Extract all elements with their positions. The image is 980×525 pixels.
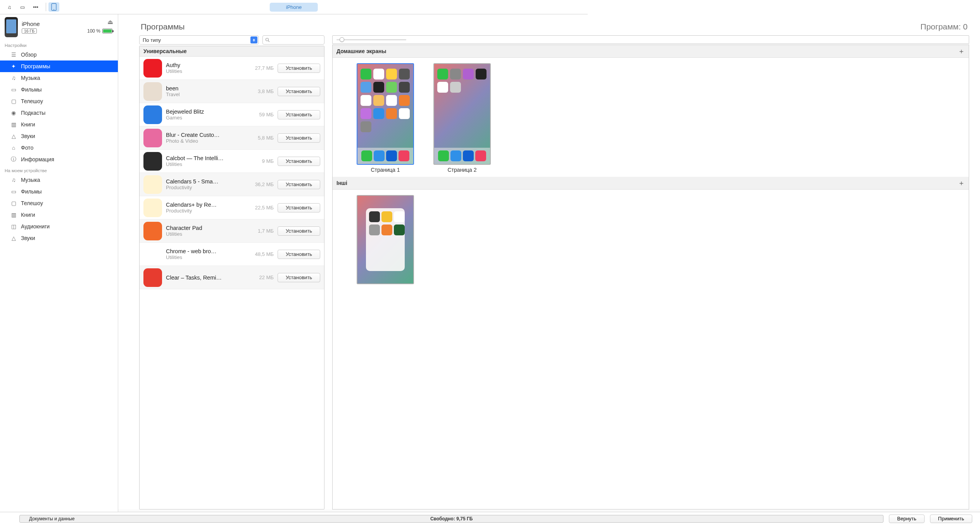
- device-name-pill[interactable]: iPhone: [270, 3, 318, 12]
- sidebar-item-apps[interactable]: ✦Программы: [0, 60, 118, 72]
- more-tab-icon[interactable]: •••: [30, 2, 41, 12]
- camera-icon: ⌂: [10, 145, 17, 151]
- app-name: Blur - Create Custo…: [166, 132, 246, 138]
- app-name: Bejeweled Blitz: [166, 109, 246, 115]
- sidebar-item-photos[interactable]: ⌂Фото: [0, 142, 118, 154]
- main-content: Программы Программ: 0 По типу Универсаль…: [118, 14, 588, 315]
- apps-list: Универсальные AuthyUtilities 27,7 МБ Уст…: [139, 46, 324, 315]
- app-size: 1,7 МБ: [250, 228, 274, 234]
- install-button[interactable]: Установить: [278, 250, 320, 259]
- app-name: Authy: [166, 62, 246, 68]
- device-header: iPhone 16 ГБ ⏏ 100 %: [0, 14, 118, 40]
- toolbar-separator: [46, 3, 46, 11]
- sidebar-device-audiobooks[interactable]: ◫Аудиокниги: [0, 221, 118, 232]
- podcast-icon: ◉: [10, 110, 17, 116]
- other-screens-header: Інші ＋: [333, 177, 588, 190]
- app-row[interactable]: Calendars+ by Re…Productivity 22,5 МБ Ус…: [140, 196, 324, 219]
- list-icon: ☰: [10, 52, 17, 58]
- app-row[interactable]: Blur - Create Custo…Photo & Video 5,8 МБ…: [140, 126, 324, 150]
- sort-select[interactable]: По типу: [139, 35, 259, 45]
- sidebar-item-music[interactable]: ♫Музыка: [0, 72, 118, 84]
- home-screen-2[interactable]: Страница 2: [433, 63, 491, 173]
- install-button[interactable]: Установить: [278, 273, 320, 282]
- app-name: been: [166, 85, 246, 92]
- install-button[interactable]: Установить: [278, 157, 320, 166]
- install-button[interactable]: Установить: [278, 203, 320, 212]
- install-button[interactable]: Установить: [278, 133, 320, 143]
- battery-icon: [102, 29, 112, 33]
- install-button[interactable]: Установить: [278, 180, 320, 189]
- book-icon: ▥: [10, 121, 17, 128]
- sidebar-group-ondevice: На моем устройстве: [0, 165, 118, 174]
- movies-tab-icon[interactable]: ▭: [17, 2, 28, 12]
- sidebar-item-sounds[interactable]: △Звуки: [0, 130, 118, 142]
- device-tab-icon[interactable]: [48, 2, 59, 12]
- bell-icon: △: [10, 133, 17, 139]
- screens-panel: Домашние экраны ＋ Страница 1: [332, 35, 588, 315]
- battery-percent: 100 %: [87, 28, 100, 34]
- app-size: 27,7 МБ: [250, 65, 274, 71]
- app-row[interactable]: Clear – Tasks, Remi… 22 МБ Установить: [140, 266, 324, 289]
- install-button[interactable]: Установить: [278, 87, 320, 96]
- tv-icon: ▢: [10, 98, 17, 104]
- install-button[interactable]: Установить: [278, 64, 320, 73]
- app-row[interactable]: AuthyUtilities 27,7 МБ Установить: [140, 57, 324, 80]
- app-size: 59 МБ: [250, 112, 274, 117]
- sidebar-device-tvshows[interactable]: ▢Телешоу: [0, 197, 118, 209]
- app-row[interactable]: Calcbot — The Intelli…Utilities 9 МБ Уст…: [140, 150, 324, 173]
- slider-knob[interactable]: [340, 37, 344, 42]
- sidebar-item-info[interactable]: ⓘИнформация: [0, 154, 118, 165]
- app-name: Calendars+ by Re…: [166, 202, 246, 208]
- app-icon: [143, 82, 162, 101]
- app-row[interactable]: beenTravel 3,8 МБ Установить: [140, 80, 324, 103]
- app-icon: [143, 105, 162, 124]
- sidebar-group-settings: Настройки: [0, 40, 118, 49]
- battery-status: 100 %: [87, 28, 112, 34]
- folder-screen[interactable]: [357, 195, 414, 284]
- apps-icon: ✦: [10, 63, 17, 69]
- search-input[interactable]: [262, 35, 324, 45]
- sidebar-device-books[interactable]: ▥Книги: [0, 209, 118, 221]
- sidebar-item-books[interactable]: ▥Книги: [0, 119, 118, 130]
- app-name: Calendars 5 - Sma…: [166, 178, 246, 185]
- svg-point-2: [266, 38, 269, 41]
- install-button[interactable]: Установить: [278, 110, 320, 119]
- sidebar-item-overview[interactable]: ☰Обзор: [0, 49, 118, 60]
- app-row[interactable]: Bejeweled BlitzGames 59 МБ Установить: [140, 103, 324, 126]
- top-toolbar: ♫ ▭ ••• iPhone: [0, 0, 588, 14]
- app-category: Games: [166, 115, 246, 121]
- app-size: 22 МБ: [250, 275, 274, 280]
- zoom-slider[interactable]: [332, 35, 588, 44]
- app-row[interactable]: Calendars 5 - Sma…Productivity 36,2 МБ У…: [140, 173, 324, 196]
- sidebar-item-movies[interactable]: ▭Фильмы: [0, 84, 118, 95]
- sidebar-device-music[interactable]: ♫Музыка: [0, 174, 118, 186]
- install-button[interactable]: Установить: [278, 226, 320, 236]
- app-size: 22,5 МБ: [250, 205, 274, 211]
- sidebar-device-movies[interactable]: ▭Фильмы: [0, 186, 118, 197]
- app-icon: [143, 245, 162, 264]
- film-icon: ▭: [10, 86, 17, 93]
- audiobook-icon: ◫: [10, 223, 17, 230]
- device-name: iPhone: [22, 21, 40, 27]
- app-size: 9 МБ: [250, 158, 274, 164]
- sidebar-item-tvshows[interactable]: ▢Телешоу: [0, 95, 118, 107]
- info-icon: ⓘ: [10, 156, 17, 162]
- home-screen-1[interactable]: Страница 1: [357, 63, 414, 173]
- app-row[interactable]: Character PadUtilities 1,7 МБ Установить: [140, 219, 324, 243]
- svg-point-1: [53, 9, 54, 10]
- page-title: Программы: [141, 22, 185, 31]
- music-tab-icon[interactable]: ♫: [4, 2, 15, 12]
- sidebar-device-sounds[interactable]: △Звуки: [0, 232, 118, 244]
- app-icon: [143, 268, 162, 287]
- eject-icon[interactable]: ⏏: [107, 17, 113, 26]
- app-category: Utilities: [166, 68, 246, 74]
- home-screens-header: Домашние экраны ＋: [333, 45, 588, 58]
- apps-panel: По типу Универсальные AuthyUtilities 27,…: [139, 35, 324, 315]
- book-icon: ▥: [10, 212, 17, 218]
- app-category: Utilities: [166, 231, 246, 237]
- app-row[interactable]: Chrome - web bro…Utilities 48,5 МБ Устан…: [140, 243, 324, 266]
- app-category: Photo & Video: [166, 138, 246, 144]
- sidebar-item-podcasts[interactable]: ◉Подкасты: [0, 107, 118, 119]
- search-icon: [265, 38, 270, 42]
- app-icon: [143, 129, 162, 147]
